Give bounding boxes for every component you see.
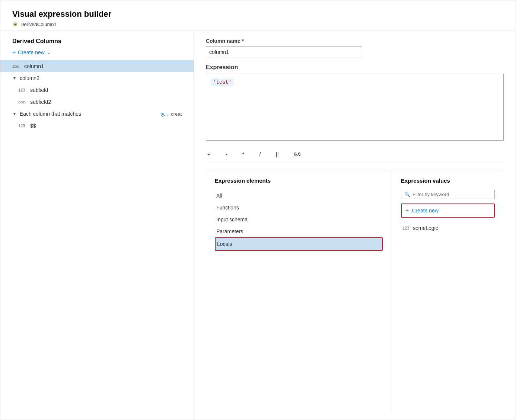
elem-locals[interactable]: Locals (215, 237, 383, 251)
expression-elements-title: Expression elements (215, 177, 383, 184)
tree-item-column1[interactable]: abc column1 (0, 60, 194, 72)
type-badge-abc: abc (18, 100, 27, 104)
column-type-link[interactable]: ty... (160, 111, 168, 117)
main-content: Derived Columns + Create new ⌄ abc colum… (0, 31, 516, 420)
column-create-action: creat (171, 111, 182, 117)
header: Visual expression builder DerivedColumn1 (0, 0, 516, 31)
op-and[interactable]: && (292, 150, 303, 158)
expression-label: Expression (206, 64, 504, 71)
derived-column-label: DerivedColumn1 (20, 22, 57, 27)
tree-item-each-column[interactable]: ▼ Each column that matches ty... creat (0, 108, 194, 120)
app-container: Visual expression builder DerivedColumn1… (0, 0, 516, 420)
column-name-input[interactable] (206, 46, 362, 58)
op-multiply[interactable]: * (241, 150, 246, 158)
type-badge-num: 123 (18, 124, 27, 128)
expression-elements-panel: Expression elements All Functions Input … (206, 170, 392, 412)
filter-input[interactable] (413, 192, 491, 197)
left-panel: Derived Columns + Create new ⌄ abc colum… (0, 31, 194, 420)
search-icon: 🔍 (404, 192, 410, 197)
tree-item-subfield[interactable]: 123 subfield (0, 84, 194, 96)
expression-editor[interactable]: 'test' (206, 74, 504, 141)
expression-values-title: Expression values (401, 177, 495, 184)
derived-column-icon (12, 21, 18, 27)
filter-input-wrap: 🔍 (401, 190, 495, 199)
plus-icon: + (12, 49, 16, 56)
type-badge-abc: abc (12, 64, 21, 68)
tree-list: abc column1 ▼ column2 123 subfield abc s… (0, 60, 194, 420)
tree-item-label: subfield2 (30, 99, 182, 105)
expression-token: 'test' (211, 78, 234, 86)
op-divide[interactable]: / (258, 150, 262, 158)
op-plus[interactable]: + (206, 150, 212, 158)
tree-item-label: column2 (20, 75, 182, 81)
op-minus[interactable]: - (224, 150, 229, 158)
expression-group: Expression 'test' (206, 64, 504, 141)
derived-column-ref: DerivedColumn1 (12, 21, 504, 27)
column-name-group: Column name * (206, 38, 504, 58)
create-new-values-button[interactable]: + Create new (401, 203, 495, 218)
tree-item-label: $$ (30, 123, 182, 129)
tree-item-label: Each column that matches (20, 111, 157, 117)
create-new-button[interactable]: + Create new ⌄ (0, 48, 194, 60)
right-panel: Column name * Expression 'test' + - * / … (194, 31, 516, 420)
elem-parameters[interactable]: Parameters (215, 225, 383, 237)
tree-item-label: subfield (30, 87, 182, 93)
type-badge-num: 123 (402, 226, 410, 230)
create-new-values-label: Create new (412, 208, 439, 214)
elem-all[interactable]: All (215, 190, 383, 202)
tree-item-dollar[interactable]: 123 $$ (0, 120, 194, 132)
collapse-icon: ▼ (12, 111, 17, 116)
chevron-down-icon: ⌄ (47, 50, 50, 55)
expression-values-panel: Expression values 🔍 + Create new 123 som… (392, 170, 504, 412)
tree-item-column2[interactable]: ▼ column2 (0, 72, 194, 84)
value-item-somelogic[interactable]: 123 someLogic (401, 222, 495, 234)
operator-bar: + - * / || && (206, 147, 504, 162)
op-pipe[interactable]: || (274, 150, 280, 158)
tree-item-subfield2[interactable]: abc subfield2 (0, 96, 194, 108)
required-star: * (242, 38, 244, 44)
type-badge-num: 123 (18, 88, 27, 92)
elem-input-schema[interactable]: Input schema (215, 214, 383, 225)
plus-icon-values: + (405, 207, 409, 214)
tree-item-label: column1 (24, 63, 182, 69)
bottom-section: Expression elements All Functions Input … (206, 170, 504, 412)
collapse-icon: ▼ (12, 76, 17, 81)
elem-functions[interactable]: Functions (215, 202, 383, 214)
value-item-label: someLogic (413, 225, 438, 231)
create-new-label: Create new (18, 49, 45, 55)
page-title: Visual expression builder (12, 9, 504, 19)
derived-columns-title: Derived Columns (0, 31, 194, 48)
column-name-label: Column name * (206, 38, 504, 44)
